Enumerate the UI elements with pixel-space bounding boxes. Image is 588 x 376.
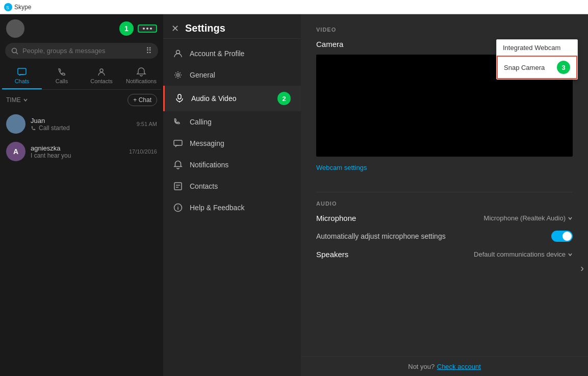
phone-icon bbox=[173, 117, 183, 127]
message-icon bbox=[173, 139, 183, 148]
svg-point-1 bbox=[12, 48, 17, 53]
title-bar: S Skype bbox=[0, 0, 588, 14]
contacts-icon bbox=[173, 182, 183, 191]
svg-rect-7 bbox=[178, 94, 181, 99]
chevron-right-icon[interactable]: › bbox=[580, 262, 584, 274]
step-badge-2: 2 bbox=[277, 92, 291, 105]
microphone-row: Microphone Microphone (Realtek Audio) bbox=[316, 214, 573, 222]
chat-item-agnieszka[interactable]: A agnieszka I cant hear you 17/10/2016 bbox=[0, 138, 163, 165]
video-section: VIDEO Camera Integrated Webcam Integrate… bbox=[316, 27, 573, 182]
mic-icon bbox=[175, 94, 184, 103]
dropdown-item-integrated[interactable]: Integrated Webcam bbox=[497, 40, 577, 56]
svg-rect-10 bbox=[174, 183, 182, 190]
avatar-agnieszka: A bbox=[6, 142, 25, 161]
nav-tabs: Chats Calls Contacts Noti bbox=[2, 63, 161, 90]
check-account-link[interactable]: Check account bbox=[437, 363, 481, 370]
settings-item-notifications[interactable]: Notifications bbox=[163, 154, 301, 176]
camera-dropdown: Integrated Webcam Snap Camera 3 bbox=[496, 39, 578, 80]
microphone-label: Microphone bbox=[316, 214, 356, 222]
auto-adjust-row: Automatically adjust microphone settings bbox=[316, 231, 573, 242]
camera-row: Camera Integrated Webcam Integrated Webc… bbox=[316, 40, 573, 48]
bell-icon bbox=[173, 160, 183, 169]
search-bar: ⠿ bbox=[5, 43, 158, 59]
dot1 bbox=[143, 28, 145, 30]
settings-panel: ✕ Settings Account & Profile General bbox=[163, 14, 301, 376]
audio-section-label: AUDIO bbox=[316, 200, 573, 207]
camera-label: Camera bbox=[316, 40, 343, 48]
auto-adjust-toggle[interactable] bbox=[551, 231, 573, 242]
svg-rect-9 bbox=[174, 140, 182, 145]
new-chat-button[interactable]: + Chat bbox=[127, 94, 157, 106]
settings-header: ✕ Settings bbox=[163, 14, 301, 39]
chat-list-header: TIME + Chat bbox=[0, 90, 163, 110]
sidebar-top: 1 bbox=[0, 14, 163, 43]
dropdown-item-snap[interactable]: Snap Camera 3 bbox=[497, 56, 577, 79]
svg-line-2 bbox=[16, 52, 18, 54]
chevron-down-icon bbox=[568, 216, 573, 221]
app-title: Skype bbox=[14, 4, 31, 11]
chat-info-agnieszka: agnieszka I cant hear you bbox=[31, 144, 124, 159]
video-section-label: VIDEO bbox=[316, 27, 573, 33]
divider bbox=[316, 192, 573, 192]
settings-menu: Account & Profile General Audio & Video … bbox=[163, 39, 301, 376]
chat-name: Juan bbox=[31, 117, 132, 124]
search-input[interactable] bbox=[22, 47, 142, 55]
microphone-selector[interactable]: Microphone (Realtek Audio) bbox=[484, 214, 573, 222]
app-logo: S Skype bbox=[4, 3, 31, 11]
toggle-thumb bbox=[563, 232, 572, 241]
speakers-label: Speakers bbox=[316, 250, 348, 259]
webcam-settings-link[interactable]: Webcam settings bbox=[316, 164, 367, 171]
chat-preview: Call started bbox=[31, 124, 132, 132]
settings-item-general[interactable]: General bbox=[163, 64, 301, 86]
main-content: VIDEO Camera Integrated Webcam Integrate… bbox=[301, 14, 588, 376]
call-icon bbox=[31, 125, 37, 131]
camera-selector[interactable]: Integrated Webcam Integrated Webcam Snap… bbox=[515, 40, 573, 48]
settings-item-contacts[interactable]: Contacts bbox=[163, 176, 301, 197]
info-icon bbox=[173, 203, 183, 212]
chat-time: 17/10/2016 bbox=[129, 148, 157, 155]
step-badge-3: 3 bbox=[557, 61, 570, 74]
settings-item-help[interactable]: Help & Feedback bbox=[163, 197, 301, 218]
chat-info-juan: Juan Call started bbox=[31, 117, 132, 132]
chat-time: 9:51 AM bbox=[137, 121, 157, 127]
settings-title: Settings bbox=[185, 22, 225, 34]
chat-name: agnieszka bbox=[31, 144, 124, 152]
person-icon bbox=[173, 49, 183, 58]
svg-point-4 bbox=[100, 69, 103, 72]
chat-item-juan[interactable]: Juan Call started 9:51 AM bbox=[0, 110, 163, 138]
settings-content: VIDEO Camera Integrated Webcam Integrate… bbox=[301, 14, 588, 356]
dot2 bbox=[146, 28, 148, 30]
auto-adjust-label: Automatically adjust microphone settings bbox=[316, 232, 446, 240]
sidebar: 1 ⠿ Chats bbox=[0, 14, 163, 376]
tab-notifications[interactable]: Notifications bbox=[121, 63, 161, 89]
speakers-row: Speakers Default communications device bbox=[316, 250, 573, 259]
audio-section: AUDIO Microphone Microphone (Realtek Aud… bbox=[316, 200, 573, 259]
tab-chats[interactable]: Chats bbox=[2, 63, 42, 89]
footer-bar: Not you? Check account bbox=[301, 356, 588, 376]
settings-item-audio-video[interactable]: Audio & Video 2 bbox=[163, 86, 301, 111]
skype-icon: S bbox=[4, 3, 12, 11]
speakers-selector[interactable]: Default communications device bbox=[474, 250, 573, 258]
tab-calls[interactable]: Calls bbox=[42, 63, 82, 89]
svg-point-6 bbox=[177, 74, 180, 77]
settings-item-calling[interactable]: Calling bbox=[163, 111, 301, 133]
svg-rect-3 bbox=[18, 68, 26, 74]
tab-contacts[interactable]: Contacts bbox=[82, 63, 121, 89]
avatar-juan bbox=[6, 114, 25, 134]
settings-item-messaging[interactable]: Messaging bbox=[163, 133, 301, 154]
dot3 bbox=[150, 28, 152, 30]
apps-icon[interactable]: ⠿ bbox=[146, 46, 152, 56]
step-badge-1: 1 bbox=[119, 21, 134, 36]
chevron-down-icon bbox=[568, 252, 573, 257]
chat-preview: I cant hear you bbox=[31, 152, 124, 159]
time-filter[interactable]: TIME bbox=[6, 96, 28, 104]
search-icon bbox=[11, 47, 18, 55]
user-avatar bbox=[6, 19, 24, 38]
settings-item-account[interactable]: Account & Profile bbox=[163, 43, 301, 64]
chevron-down-icon bbox=[23, 97, 28, 103]
more-button[interactable] bbox=[138, 24, 157, 33]
close-button[interactable]: ✕ bbox=[171, 23, 179, 34]
svg-text:S: S bbox=[6, 5, 9, 10]
gear-icon bbox=[173, 70, 183, 80]
not-you-text: Not you? bbox=[408, 363, 434, 370]
